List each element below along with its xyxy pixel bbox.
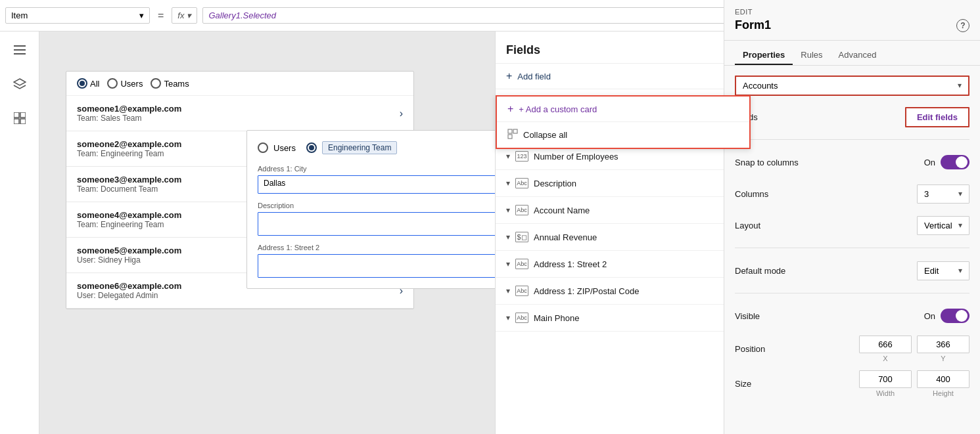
form-teams-radio[interactable] [306, 142, 317, 153]
snap-label: Snap to columns [735, 158, 799, 167]
width-label: Width [876, 389, 895, 397]
field-name: Address 1: Street 2 [534, 259, 607, 269]
tab-advanced[interactable]: Advanced [831, 46, 885, 65]
city-input[interactable]: Dallas [258, 175, 498, 194]
street2-input[interactable] [258, 254, 498, 278]
description-input[interactable] [258, 212, 498, 236]
props-content: Accounts ▾ Fields Edit fields Snap to co… [724, 66, 980, 434]
chevron-down-icon: ▾ [958, 189, 962, 198]
datasource-row: Accounts ▾ [735, 74, 969, 97]
add-custom-card-item[interactable]: + + Add a custom card [497, 97, 749, 122]
hamburger-icon[interactable] [9, 39, 30, 60]
field-name: Number of Employees [534, 152, 618, 162]
props-tabs: Properties Rules Advanced [724, 41, 980, 66]
size-inputs: Width Height [859, 370, 969, 397]
grid-icon[interactable] [9, 108, 30, 129]
default-mode-dropdown[interactable]: Edit ▾ [917, 261, 969, 280]
divider [735, 248, 969, 248]
filter-all-label: All [90, 79, 99, 89]
item-dropdown[interactable]: Item ▾ [5, 7, 150, 24]
field-name: Address 1: ZIP/Postal Code [534, 286, 639, 296]
position-x-input[interactable] [859, 336, 912, 353]
main-layout: All Users Teams someone1@example.com [0, 32, 980, 434]
field-item-description[interactable]: ▾ Abc Description [496, 170, 751, 197]
field-name: Main Phone [534, 313, 579, 323]
add-field-row[interactable]: + Add field ··· + + Add a custom card Co… [496, 64, 751, 89]
add-custom-card-label: + Add a custom card [519, 104, 597, 114]
accounts-dropdown[interactable]: Accounts ▾ [735, 76, 969, 96]
field-name: Description [534, 179, 576, 188]
edit-fields-button[interactable]: Edit fields [905, 107, 969, 127]
item-label: Item [11, 11, 28, 20]
svg-rect-0 [14, 45, 26, 47]
divider [735, 139, 969, 140]
chevron-down-icon: ▾ [506, 179, 510, 188]
snap-toggle[interactable] [941, 155, 969, 169]
filter-all[interactable]: All [77, 78, 99, 89]
filter-users[interactable]: Users [107, 78, 143, 89]
formula-text: Gallery1.Selected [208, 11, 276, 20]
position-inputs: X Y [859, 336, 969, 362]
field-name: Account Name [534, 206, 590, 215]
position-y-input[interactable] [917, 336, 969, 353]
chevron-down-icon: ▾ [506, 152, 510, 161]
form-field-description: Description [258, 202, 498, 236]
collapse-all-label: Collapse all [523, 130, 567, 140]
chevron-down-icon: ▾ [187, 11, 191, 20]
form-field-street2: Address 1: Street 2 [258, 244, 498, 278]
tab-rules[interactable]: Rules [793, 46, 830, 65]
columns-dropdown[interactable]: 3 ▾ [917, 184, 969, 204]
svg-marker-3 [14, 79, 26, 85]
default-mode-value: Edit [924, 266, 939, 276]
svg-rect-6 [14, 119, 19, 124]
field-item-revenue[interactable]: ▾ $◻ Annual Revenue [496, 224, 751, 251]
field-item-zip[interactable]: ▾ Abc Address 1: ZIP/Postal Code [496, 278, 751, 305]
field-type-num-icon: 123 [515, 151, 528, 162]
field-item-street2[interactable]: ▾ Abc Address 1: Street 2 [496, 251, 751, 278]
equals-sign: = [155, 10, 166, 22]
help-icon[interactable]: ? [956, 19, 969, 32]
fx-button[interactable]: fx ▾ [172, 7, 197, 24]
add-field-label: Add field [517, 72, 551, 81]
chevron-down-icon: ▾ [506, 259, 510, 269]
engineering-badge: Engineering Team [322, 141, 398, 154]
collapse-icon [507, 129, 518, 141]
svg-rect-4 [14, 112, 19, 118]
collapse-all-item[interactable]: Collapse all [497, 122, 749, 148]
radio-users-circle [107, 78, 118, 89]
visible-value: On [924, 311, 935, 321]
toggle-knob [956, 310, 968, 322]
default-mode-label: Default mode [735, 266, 785, 276]
form-users-radio[interactable] [258, 142, 268, 153]
fields-row: Fields Edit fields [735, 105, 969, 129]
filter-radio-group: All Users Teams [77, 78, 189, 89]
fx-icon: fx [177, 11, 184, 20]
layers-icon[interactable] [9, 74, 30, 95]
tab-properties[interactable]: Properties [735, 46, 793, 65]
snap-row: Snap to columns On [735, 150, 969, 174]
edit-label: EDIT [724, 0, 980, 16]
filter-teams[interactable]: Teams [151, 78, 189, 89]
radio-all-circle [77, 78, 87, 89]
layout-dropdown[interactable]: Vertical ▾ [917, 216, 969, 235]
chevron-right-icon: › [400, 108, 403, 119]
chevron-down-icon: ▾ [506, 232, 510, 242]
visible-label: Visible [735, 311, 760, 321]
field-item-accountname[interactable]: ▾ Abc Account Name [496, 197, 751, 224]
list-item[interactable]: someone1@example.com Team: Sales Team › [66, 96, 413, 131]
filter-users-label: Users [120, 79, 143, 89]
visible-toggle[interactable] [941, 309, 969, 323]
width-input[interactable] [859, 370, 912, 388]
size-label: Size [735, 379, 751, 389]
x-label: X [883, 355, 887, 362]
svg-rect-9 [513, 129, 517, 133]
form-field-city: Address 1: City Dallas [258, 165, 498, 194]
layout-value: Vertical [924, 221, 952, 230]
gallery-header: All Users Teams [66, 72, 413, 96]
height-input[interactable] [917, 370, 969, 388]
field-item-mainphone[interactable]: ▾ Abc Main Phone [496, 305, 751, 332]
position-row: Position X Y [735, 336, 969, 362]
snap-value: On [924, 158, 935, 167]
svg-rect-5 [20, 112, 26, 118]
visible-row: Visible On [735, 304, 969, 328]
